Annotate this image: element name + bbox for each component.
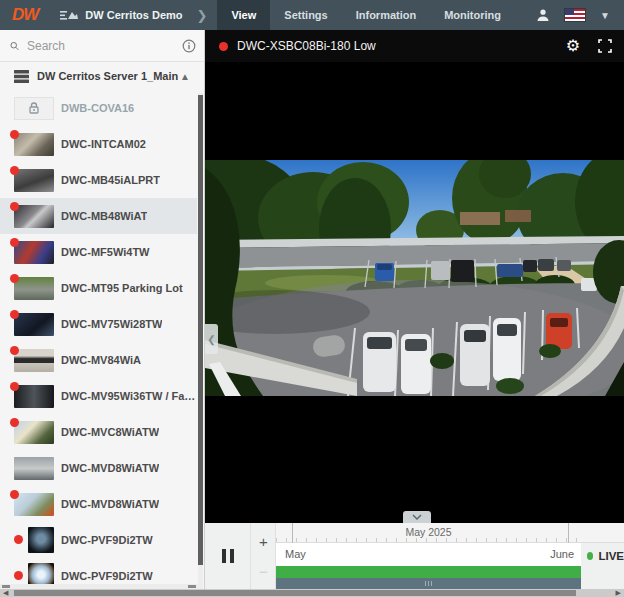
recording-indicator [10,490,19,499]
server-name: DW Cerritos Server 1_Main [37,70,180,82]
camera-video-frame [205,160,624,396]
camera-name: DWC-MVD8WiATW [61,462,159,474]
system-selector[interactable]: DW Cerritos Demo ❯ [60,8,217,23]
camera-list-item[interactable]: DWC-MB48WiAT [0,198,197,234]
scroll-right-arrow[interactable]: ▶ [616,589,621,597]
timeline-calendar-header[interactable]: May 2025 [276,523,624,543]
info-icon[interactable] [182,39,196,53]
search-icon [10,39,19,53]
pause-button[interactable] [213,541,243,571]
camera-thumbnail [28,527,54,553]
camera-name: DWC-INTCAM02 [61,138,146,150]
recording-indicator [10,166,19,175]
camera-thumbnail [14,169,54,192]
camera-name: DWC-MV84WiA [61,354,141,366]
camera-name: DWC-MT95 Parking Lot [61,282,183,294]
camera-thumbnail [14,241,54,264]
gear-icon[interactable]: ⚙ [566,38,580,54]
recording-indicator [10,238,19,247]
window-horizontal-scrollbar[interactable]: ◀ ▶ [0,589,624,597]
lock-icon [29,102,39,114]
top-bar: DW DW Cerritos Demo ❯ View Settings Info… [0,0,624,30]
recording-indicator [10,418,19,427]
live-dot-icon [587,552,593,560]
camera-list-item[interactable]: DWC-PVF9Di2TW [0,522,197,558]
recording-indicator [10,346,19,355]
recording-indicator [219,42,228,51]
camera-list: DWB-COVA16 DWC-INTCAM02 DWC-MB45iALPRT D… [0,90,204,589]
recording-indicator [10,310,19,319]
system-name: DW Cerritos Demo [85,9,182,21]
video-viewport[interactable]: ❮ [205,62,624,523]
camera-list-item[interactable]: DWC-MV75Wi28TW [0,306,197,342]
chevron-down-icon [412,514,422,520]
camera-name: DWC-MV75Wi28TW [61,318,162,330]
camera-list-item[interactable]: DWC-MV95Wi36TW / Failov... [0,378,197,414]
tab-information[interactable]: Information [342,0,431,30]
camera-list-item[interactable]: DWC-MB45iALPRT [0,162,197,198]
camera-thumbnail [14,97,54,120]
camera-thumbnail [14,313,54,336]
camera-thumbnail [14,457,54,480]
recording-indicator [14,571,23,580]
chevron-up-icon[interactable]: ▲ [180,71,190,82]
timeline-zoom-out-button[interactable]: − [251,563,276,580]
sidebar-collapse-handle[interactable]: ❮ [205,324,218,354]
recording-indicator [10,274,19,283]
timeline-track[interactable]: May June [276,543,581,566]
chevron-down-icon[interactable]: ▼ [600,10,610,21]
resource-sidebar: DW Cerritos Server 1_Main ▲ DWB-COVA16 D… [0,30,205,589]
search-row [0,30,204,62]
camera-thumbnail [14,421,54,444]
camera-name: DWC-MB45iALPRT [61,174,160,186]
video-panel: DWC-XSBC08Bi-180 Low ⚙ [205,30,624,589]
camera-name: DWC-MV95Wi36TW / Failov... [61,390,197,402]
timeline-scrollbar[interactable] [276,578,581,589]
timeline-end-label: June [550,548,574,560]
player-header: DWC-XSBC08Bi-180 Low ⚙ [205,30,624,62]
timeline-recording-bar[interactable] [276,566,581,578]
camera-thumbnail [14,133,54,156]
timeline-zoom-in-button[interactable]: + [251,533,276,550]
camera-list-item[interactable]: DWC-MV84WiA [0,342,197,378]
sidebar-vertical-scrollbar[interactable] [198,93,203,589]
scroll-left-arrow[interactable]: ◀ [3,589,8,597]
system-icon [60,8,78,22]
timeline-start-label: May [285,548,306,560]
timeline-panel: + − May 2025 May June LIVE [205,523,624,589]
fullscreen-icon[interactable] [598,39,612,53]
user-icon[interactable] [536,8,550,22]
scrollbar-thumb[interactable] [14,590,576,596]
tab-settings[interactable]: Settings [270,0,341,30]
recording-indicator [10,130,19,139]
search-input[interactable] [27,39,182,53]
camera-name: DWB-COVA16 [61,102,134,114]
tab-monitoring[interactable]: Monitoring [430,0,515,30]
camera-name: DWC-PVF9Di2TW [61,570,153,582]
server-tree-header[interactable]: DW Cerritos Server 1_Main ▲ [0,62,204,90]
live-indicator[interactable]: LIVE [581,523,624,589]
recording-indicator [14,535,23,544]
timeline-day-ticks [276,538,581,542]
tab-view[interactable]: View [217,0,270,30]
camera-list-item[interactable]: DWC-MF5Wi4TW [0,234,197,270]
timeline-collapse-handle[interactable] [403,511,431,523]
us-flag-icon[interactable] [565,9,585,21]
server-icon [14,70,29,83]
timeline-scrollbar-grip[interactable] [417,581,439,586]
camera-thumbnail [14,277,54,300]
timeline-month-label: May 2025 [276,526,581,538]
camera-list-item[interactable]: DWC-MT95 Parking Lot [0,270,197,306]
camera-name: DWC-PVF9Di2TW [61,534,153,546]
camera-thumbnail [14,349,54,372]
camera-thumbnail [14,493,54,516]
app-window: DW DW Cerritos Demo ❯ View Settings Info… [0,0,624,597]
camera-list-item[interactable]: DWB-COVA16 [0,90,197,126]
camera-list-item[interactable]: DWC-MVD8WiATW [0,450,197,486]
camera-list-item[interactable]: DWC-MVC8WiATW [0,414,197,450]
dw-logo: DW [12,5,38,25]
chevron-right-icon: ❯ [197,8,208,23]
camera-stream-title: DWC-XSBC08Bi-180 Low [237,39,566,53]
camera-list-item[interactable]: DWC-MVD8WiATW [0,486,197,522]
camera-list-item[interactable]: DWC-INTCAM02 [0,126,197,162]
